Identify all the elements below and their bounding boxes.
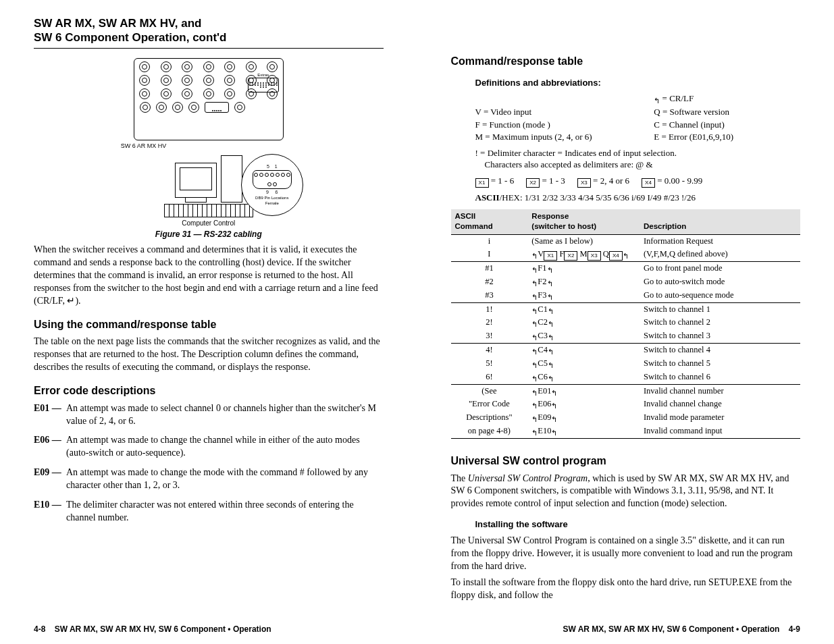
cell-response: ↲VX1 FX2 MX3 QX4↲ bbox=[527, 248, 640, 262]
heading-error-codes: Error code descriptions bbox=[34, 383, 384, 398]
crlf-icon: ↲ bbox=[551, 427, 557, 437]
cell-command: 1! bbox=[451, 302, 528, 316]
th-response: Response (switcher to host) bbox=[527, 209, 640, 235]
delimiter-line-1: ! = Delimiter character = Indicates end … bbox=[475, 148, 677, 158]
cell-command: i bbox=[451, 234, 528, 247]
paragraph-install-2: To install the software from the floppy … bbox=[451, 576, 801, 602]
crlf-icon: ↲ bbox=[531, 278, 538, 288]
crlf-icon: ↲ bbox=[654, 95, 660, 105]
cell-response: ↲F3↲ bbox=[527, 289, 640, 302]
table-row: 1!↲C1↲Switch to channel 1 bbox=[451, 302, 801, 316]
figure-31: Extras SW 6 AR MX HV 5 1 bbox=[121, 58, 296, 240]
cell-response: ↲E10↲ bbox=[527, 425, 640, 438]
footer-right-text: SW AR MX, SW AR MX HV, SW 6 Component • … bbox=[563, 624, 779, 634]
cell-command: (See bbox=[451, 384, 528, 398]
error-desc: An attempt was made to change the channe… bbox=[66, 434, 384, 460]
x-symbol-icon: X4 bbox=[642, 178, 655, 188]
crlf-icon: ↲ bbox=[547, 278, 553, 288]
paragraph-universal-sw: The Universal SW Control Program, which … bbox=[451, 473, 801, 511]
cell-description: (V,F,M,Q defined above) bbox=[640, 248, 800, 262]
crlf-icon: ↲ bbox=[531, 292, 538, 302]
crlf-icon: ↲ bbox=[547, 265, 553, 275]
table-row: #1↲F1↲Go to front panel mode bbox=[451, 261, 801, 275]
crlf-icon: ↲ bbox=[531, 265, 538, 275]
crlf-icon: ↲ bbox=[548, 332, 554, 342]
paragraph-using-table: The table on the next page lists the com… bbox=[34, 336, 384, 374]
crlf-icon: ↲ bbox=[548, 373, 554, 383]
x-symbol-icon: X3 bbox=[577, 178, 591, 188]
footer-right: SW AR MX, SW AR MX HV, SW 6 Component • … bbox=[563, 624, 800, 635]
crlf-icon: ↲ bbox=[531, 319, 538, 329]
x-symbol-icon: X1 bbox=[475, 178, 489, 188]
crlf-icon: ↲ bbox=[531, 360, 538, 370]
device-rear-panel: Extras bbox=[134, 58, 284, 140]
cell-description: Switch to channel 6 bbox=[640, 371, 800, 384]
crlf-def: = CR/LF bbox=[660, 93, 694, 103]
cell-response: ↲E01↲ bbox=[527, 384, 640, 398]
x-symbol-icon: X4 bbox=[609, 251, 623, 261]
table-row: 2!↲C2↲Switch to channel 2 bbox=[451, 316, 801, 329]
cell-command: on page 4-8) bbox=[451, 425, 528, 438]
cell-command: "Error Code bbox=[451, 398, 528, 411]
x-symbol-icon: X2 bbox=[564, 251, 577, 261]
pins-bot: 9 6 bbox=[266, 189, 278, 195]
extras-label: Extras bbox=[257, 72, 269, 78]
crlf-icon: ↲ bbox=[551, 400, 557, 410]
computer-control-label: Computer Control bbox=[121, 219, 296, 228]
device-label: SW 6 AR MX HV bbox=[121, 142, 296, 150]
crlf-icon: ↲ bbox=[551, 387, 557, 398]
db9-label-1: DB9 Pin Locations bbox=[255, 195, 288, 200]
definitions-row: F = Function (mode )C = Channel (input) bbox=[475, 119, 801, 131]
x-symbol-icon: X2 bbox=[526, 178, 540, 188]
table-row: Descriptions"↲E09↲Invalid mode parameter bbox=[451, 411, 801, 425]
cell-command: #3 bbox=[451, 289, 528, 302]
def-left: F = Function (mode ) bbox=[475, 119, 654, 131]
table-row: "Error Code↲E06↲Invalid channel change bbox=[451, 398, 801, 411]
crlf-icon: ↲ bbox=[531, 373, 538, 383]
cell-description: Switch to channel 3 bbox=[640, 329, 800, 343]
definitions-row: V = Video inputQ = Software version bbox=[475, 106, 801, 118]
footer-left-text: SW AR MX, SW AR MX HV, SW 6 Component • … bbox=[55, 624, 271, 634]
ascii-hex-line: ASCII/HEX: 1/31 2/32 3/33 4/34 5/35 6/36… bbox=[494, 192, 801, 204]
page-header: SW AR MX, SW AR MX HV, and SW 6 Componen… bbox=[34, 16, 384, 49]
range-entry: X4 = 0.00 - 9.99 bbox=[642, 175, 702, 188]
delimiter-line-2: Characters also accepted as delimiters a… bbox=[485, 159, 653, 169]
cell-description: Go to auto-switch mode bbox=[640, 275, 800, 289]
heading-using-table: Using the command/response table bbox=[34, 317, 384, 332]
intro-paragraph: When the switcher receives a command and… bbox=[34, 244, 384, 307]
cell-command: 3! bbox=[451, 329, 528, 343]
def-right: Q = Software version bbox=[654, 106, 800, 118]
def-left: V = Video input bbox=[475, 106, 654, 118]
cell-description: Switch to channel 5 bbox=[640, 357, 800, 371]
range-entry: X2 = 1 - 3 bbox=[526, 175, 565, 188]
cell-description: Information Request bbox=[640, 234, 800, 247]
cell-command: #1 bbox=[451, 261, 528, 275]
heading-definitions: Definitions and abbreviations: bbox=[475, 77, 801, 89]
x-symbol-icon: X1 bbox=[544, 251, 557, 261]
cell-command: #2 bbox=[451, 275, 528, 289]
cell-description: Invalid mode parameter bbox=[640, 411, 800, 425]
cell-description: Invalid channel number bbox=[640, 384, 800, 398]
table-row: #3↲F3↲Go to auto-sequence mode bbox=[451, 289, 801, 302]
cell-command: 5! bbox=[451, 357, 528, 371]
table-row: on page 4-8)↲E10↲Invalid command input bbox=[451, 425, 801, 438]
crlf-icon: ↲ bbox=[531, 346, 538, 356]
keyboard-icon bbox=[164, 204, 253, 217]
page-right: Command/response table Definitions and a… bbox=[417, 0, 835, 644]
crlf-icon: ↲ bbox=[548, 306, 554, 316]
def-right: C = Channel (input) bbox=[654, 119, 800, 131]
crlf-icon: ↲ bbox=[548, 360, 554, 370]
cell-command: 4! bbox=[451, 344, 528, 357]
cell-response: ↲C1↲ bbox=[527, 302, 640, 316]
error-code: E01 — bbox=[34, 402, 61, 415]
heading-universal-sw: Universal SW control program bbox=[451, 454, 801, 468]
cell-command: 2! bbox=[451, 316, 528, 329]
cell-description: Switch to channel 2 bbox=[640, 316, 800, 329]
cell-response: ↲F2↲ bbox=[527, 275, 640, 289]
range-entry: X3 = 2, 4 or 6 bbox=[577, 175, 629, 188]
error-desc: An attempt was made to change the mode w… bbox=[66, 466, 384, 492]
x-ranges: X1 = 1 - 6X2 = 1 - 3X3 = 2, 4 or 6X4 = 0… bbox=[475, 175, 801, 188]
crlf-icon: ↲ bbox=[548, 346, 554, 356]
cell-command: 6! bbox=[451, 371, 528, 384]
crlf-icon: ↲ bbox=[623, 250, 629, 261]
